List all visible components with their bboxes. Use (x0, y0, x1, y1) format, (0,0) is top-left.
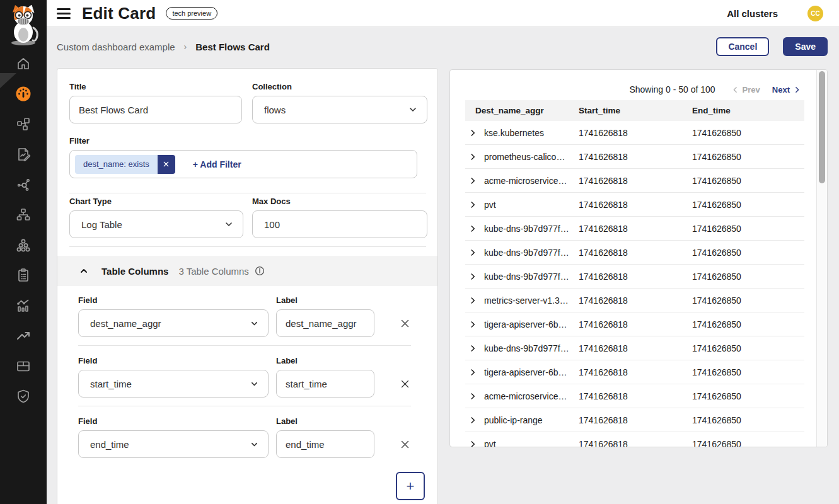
table-row[interactable]: kube-dns-9b7d977f…17416268181741626850 (465, 336, 804, 360)
title-input[interactable]: Best Flows Card (69, 96, 242, 123)
cluster-selector[interactable]: All clusters (727, 8, 778, 19)
start-time-value: 1741626818 (579, 248, 692, 258)
sidebar-item-reports[interactable] (0, 139, 47, 169)
dest-name-aggr-value: kse.kubernetes (484, 128, 544, 138)
remove-column-button[interactable] (398, 377, 411, 390)
table-columns-section-toggle[interactable]: Table Columns 3 Table Columns (57, 256, 437, 286)
sub-header: Custom dashboard example › Best Flows Ca… (47, 28, 839, 66)
expand-row-icon[interactable] (468, 248, 477, 257)
add-filter-button[interactable]: + Add Filter (193, 159, 241, 169)
save-button[interactable]: Save (783, 37, 828, 56)
chevron-down-icon (250, 319, 259, 328)
sidebar-item-home[interactable] (0, 49, 47, 79)
pagination-status: Showing 0 - 50 of 100 (629, 84, 715, 94)
table-row[interactable]: kube-dns-9b7d977f…17416268181741626850 (465, 265, 804, 289)
avatar[interactable]: CC (807, 6, 823, 21)
sidebar-item-endpoints[interactable] (0, 230, 47, 260)
expand-row-icon[interactable] (468, 224, 477, 233)
sidebar-item-security[interactable] (0, 381, 47, 411)
table-row[interactable]: kse.kubernetes17416268181741626850 (465, 121, 804, 145)
sidebar-item-analytics[interactable] (0, 290, 47, 321)
field-label: Field (78, 416, 97, 426)
chart-type-select[interactable]: Log Table (69, 210, 243, 238)
compliance-icon (16, 268, 31, 283)
page-title: Edit Card (82, 4, 156, 23)
breadcrumb-separator-icon: › (184, 42, 187, 52)
sidebar-item-service-graph[interactable] (0, 109, 47, 139)
column-label-input[interactable]: dest_name_aggr (276, 309, 374, 337)
sidebar-item-compliance[interactable] (0, 260, 47, 290)
filter-input[interactable]: dest_name: exists + Add Filter (69, 150, 417, 178)
table-row[interactable]: acme-microservice…17416268181741626850 (465, 169, 804, 193)
table-columns-count: 3 Table Columns (178, 266, 248, 277)
sidebar-item-network-topology[interactable] (0, 200, 47, 230)
max-docs-input[interactable]: 100 (252, 210, 427, 238)
expand-row-icon[interactable] (468, 416, 477, 425)
calico-logo[interactable] (0, 0, 47, 49)
collection-select[interactable]: flows (252, 96, 427, 123)
chevron-down-icon (250, 440, 259, 449)
expand-row-icon[interactable] (468, 152, 477, 161)
table-row[interactable]: tigera-apiserver-6b…17416268181741626850 (465, 360, 804, 384)
chevron-down-icon (408, 105, 418, 115)
expand-row-icon[interactable] (468, 440, 477, 448)
divider (78, 345, 411, 346)
menu-toggle-button[interactable] (57, 7, 72, 20)
table-row[interactable]: kube-dns-9b7d977f…17416268181741626850 (465, 241, 804, 265)
prev-page-button[interactable]: Prev (731, 85, 760, 94)
add-column-button[interactable]: + (396, 472, 425, 500)
start-time-value: 1741626818 (579, 415, 692, 425)
table-row[interactable]: prometheus-calico…17416268181741626850 (465, 145, 804, 169)
column-field-select[interactable]: end_time (78, 430, 269, 458)
preview-scrollbar[interactable] (816, 70, 827, 447)
table-row[interactable]: pvt17416268181741626850 (465, 193, 804, 217)
cancel-button[interactable]: Cancel (716, 37, 769, 56)
sidebar-item-trends[interactable] (0, 321, 47, 351)
expand-row-icon[interactable] (468, 320, 477, 329)
column-label-input[interactable]: end_time (276, 430, 374, 458)
sidebar-item-dashboards[interactable] (0, 79, 47, 109)
dest-name-aggr-value: pvt (484, 439, 496, 448)
end-time-value: 1741626850 (692, 391, 804, 401)
dest-name-aggr-value: acme-microservice… (484, 391, 567, 401)
table-row[interactable]: public-ip-range17416268181741626850 (465, 408, 804, 432)
sidebar-item-packages[interactable] (0, 351, 47, 381)
table-row[interactable]: tigera-apiserver-6b…17416268181741626850 (465, 312, 804, 336)
expand-row-icon[interactable] (468, 296, 477, 305)
table-row[interactable]: metrics-server-v1.3…17416268181741626850 (465, 289, 804, 312)
info-icon[interactable] (255, 266, 265, 276)
expand-row-icon[interactable] (468, 392, 477, 401)
column-field-select[interactable]: dest_name_aggr (78, 309, 269, 337)
breadcrumb-current: Best Flows Card (195, 42, 270, 52)
dest-name-aggr-value: kube-dns-9b7d977f… (484, 272, 569, 282)
column-label-input[interactable]: start_time (276, 370, 374, 398)
table-row[interactable]: kube-dns-9b7d977f…17416268181741626850 (465, 217, 804, 241)
sidebar-item-threat-graph[interactable] (0, 169, 47, 200)
divider (69, 193, 426, 193)
table-row[interactable]: acme-microservice…17416268181741626850 (465, 384, 804, 408)
expand-row-icon[interactable] (468, 344, 477, 353)
expand-row-icon[interactable] (468, 129, 477, 137)
column-field-select[interactable]: start_time (78, 370, 269, 398)
chevron-left-icon (731, 86, 739, 94)
scrollbar-thumb[interactable] (819, 71, 825, 183)
table-columns-title: Table Columns (101, 266, 168, 277)
remove-column-button[interactable] (398, 317, 411, 329)
dashboards-icon (15, 86, 32, 102)
packages-icon (16, 358, 31, 374)
expand-row-icon[interactable] (468, 176, 477, 185)
remove-filter-button[interactable] (158, 155, 175, 174)
expand-row-icon[interactable] (468, 272, 477, 281)
expand-row-icon[interactable] (468, 368, 477, 377)
chevron-down-icon (250, 379, 259, 389)
start-time-value: 1741626818 (579, 391, 692, 401)
home-icon (16, 56, 31, 71)
expand-row-icon[interactable] (468, 200, 477, 209)
remove-column-button[interactable] (398, 438, 411, 450)
table-header-row: Dest_name_aggr Start_time End_time (465, 100, 804, 121)
max-docs-label: Max Docs (252, 197, 291, 206)
next-page-button[interactable]: Next (772, 85, 801, 94)
breadcrumb-parent[interactable]: Custom dashboard example (57, 42, 175, 52)
start-time-value: 1741626818 (579, 272, 692, 282)
table-row[interactable]: pvt17416268181741626850 (465, 432, 804, 447)
